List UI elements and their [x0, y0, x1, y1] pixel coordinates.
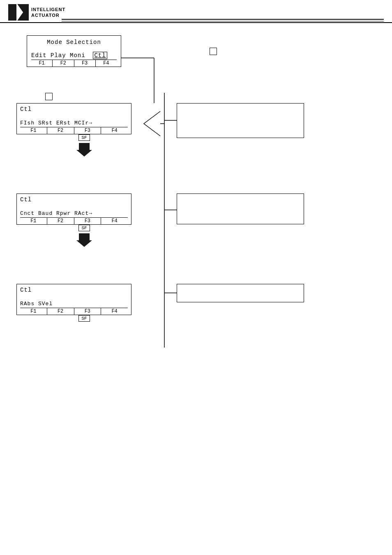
ctl1-menu: FIsh SRst ERst MCIr→ [20, 120, 128, 126]
ctl2-fkey-f4[interactable]: F4 [101, 218, 128, 224]
ctl1-label: Ctl [20, 106, 128, 113]
ctl3-fkey-f1[interactable]: F1 [20, 308, 47, 315]
ctl1-sf-area: SF [37, 134, 131, 157]
ctl3-label: Ctl [20, 287, 128, 293]
ctl2-fkey-row: F1 F2 F3 F4 [20, 217, 128, 224]
fkey-f3[interactable]: F3 [74, 60, 96, 67]
ctl2-fkey-f3[interactable]: F3 [74, 218, 101, 224]
ctl2-fkey-f1[interactable]: F1 [20, 218, 47, 224]
ctl3-sf-button[interactable]: SF [78, 315, 90, 322]
ctl2-fkey-f2[interactable]: F2 [47, 218, 74, 224]
down-arrow-2 [76, 231, 92, 247]
right-box-3 [177, 284, 304, 302]
ctl-box-3: Ctl RAbs SVel F1 F2 F3 F4 SF [16, 284, 131, 322]
ctl2-label: Ctl [20, 196, 128, 203]
fkey-f1[interactable]: F1 [31, 60, 53, 67]
ctl3-fkey-f4[interactable]: F4 [101, 308, 128, 315]
svg-marker-7 [76, 233, 92, 247]
ctl2-sf-area: SF [37, 225, 131, 247]
down-arrow-1 [76, 141, 92, 157]
ctl1-fkey-row: F1 F2 F3 F4 [20, 127, 128, 134]
lower-area: Ctl FIsh SRst ERst MCIr→ F1 F2 F3 F4 SF [0, 93, 370, 401]
ctl-mode-label[interactable]: Ctl [93, 52, 107, 59]
ctl2-menu: Cnct Baud Rpwr RAct→ [20, 210, 128, 216]
right-connector-line [154, 93, 179, 348]
fkey-f4[interactable]: F4 [96, 60, 117, 67]
header-line2 [62, 21, 384, 21]
fkey-f2[interactable]: F2 [53, 60, 74, 67]
ctl3-sf-area: SF [37, 315, 131, 322]
logo-icon [8, 4, 29, 21]
ctl1-sf-button[interactable]: SF [78, 134, 90, 141]
mode-title: Mode Selection [31, 39, 117, 46]
header: INTELLIGENT ACTUATOR [0, 0, 392, 23]
svg-rect-0 [8, 4, 16, 21]
ctl1-fkey-f1[interactable]: F1 [20, 127, 47, 134]
indicator-square-top [210, 48, 217, 55]
ctl1-fkey-f4[interactable]: F4 [101, 127, 128, 134]
header-line [62, 19, 384, 20]
logo-text: INTELLIGENT ACTUATOR [31, 7, 65, 18]
svg-marker-6 [76, 143, 92, 157]
mode-fkey-row: F1 F2 F3 F4 [31, 60, 117, 67]
ctl3-fkey-row: F1 F2 F3 F4 [20, 308, 128, 315]
right-box-1 [177, 103, 304, 138]
ctl-box-2: Ctl Cnct Baud Rpwr RAct→ F1 F2 F3 F4 SF [16, 193, 131, 247]
ctl2-sf-button[interactable]: SF [78, 225, 90, 231]
main-content: Mode Selection Edit Play Moni Ctl F1 F2 … [0, 23, 392, 549]
right-box-2 [177, 193, 304, 224]
ctl1-fkey-f2[interactable]: F2 [47, 127, 74, 134]
square-above-ctl1 [45, 93, 53, 102]
ctl3-fkey-f2[interactable]: F2 [47, 308, 74, 315]
ctl3-menu: RAbs SVel [20, 301, 128, 307]
ctl1-fkey-f3[interactable]: F3 [74, 127, 101, 134]
logo: INTELLIGENT ACTUATOR [8, 4, 65, 21]
ctl3-fkey-f3[interactable]: F3 [74, 308, 101, 315]
mode-menu-row: Edit Play Moni Ctl [31, 52, 117, 59]
mode-selection-box: Mode Selection Edit Play Moni Ctl F1 F2 … [27, 35, 121, 67]
ctl-box-1: Ctl FIsh SRst ERst MCIr→ F1 F2 F3 F4 SF [16, 103, 131, 157]
